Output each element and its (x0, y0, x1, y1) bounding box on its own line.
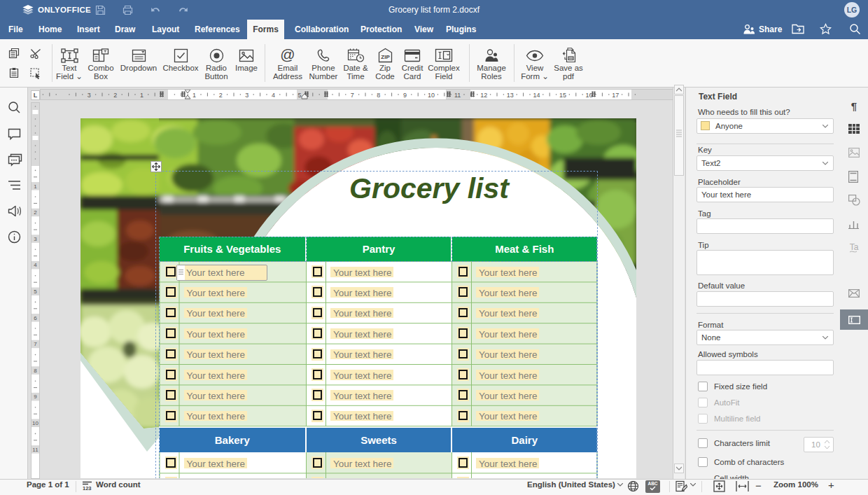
svg-text:7: 7 (34, 341, 37, 347)
svg-text:10: 10 (428, 92, 435, 99)
svg-text:10: 10 (32, 420, 38, 426)
svg-text:1: 1 (34, 183, 37, 190)
svg-text:5: 5 (34, 288, 37, 295)
svg-text:ZIP: ZIP (381, 54, 390, 60)
svg-text:11: 11 (32, 447, 38, 453)
svg-text:2: 2 (113, 92, 117, 99)
svg-text:3: 3 (88, 92, 91, 99)
svg-text:2: 2 (34, 209, 37, 216)
svg-text:8: 8 (34, 368, 37, 374)
svg-text:3: 3 (245, 92, 248, 99)
svg-text:¶: ¶ (851, 101, 857, 112)
svg-text:3: 3 (34, 236, 37, 242)
svg-text:@: @ (280, 48, 295, 62)
svg-text:15: 15 (559, 92, 566, 99)
svg-text:9: 9 (34, 393, 37, 400)
svg-text:17: 17 (612, 92, 619, 99)
svg-text:13: 13 (507, 92, 514, 99)
svg-text:123: 123 (83, 485, 92, 491)
svg-text:5: 5 (298, 92, 301, 99)
svg-text:11: 11 (454, 92, 461, 99)
svg-text:Ta: Ta (850, 242, 859, 252)
svg-text:8: 8 (377, 92, 380, 99)
svg-text:12: 12 (480, 92, 487, 99)
svg-text:1: 1 (140, 92, 144, 99)
svg-text:7: 7 (351, 92, 354, 99)
svg-text:6: 6 (34, 315, 37, 321)
svg-text:4: 4 (272, 92, 275, 99)
svg-text:14: 14 (533, 92, 540, 99)
svg-text:2: 2 (219, 92, 223, 99)
svg-text:9: 9 (403, 92, 407, 99)
svg-text:4: 4 (34, 262, 37, 268)
svg-text:1: 1 (192, 92, 196, 99)
